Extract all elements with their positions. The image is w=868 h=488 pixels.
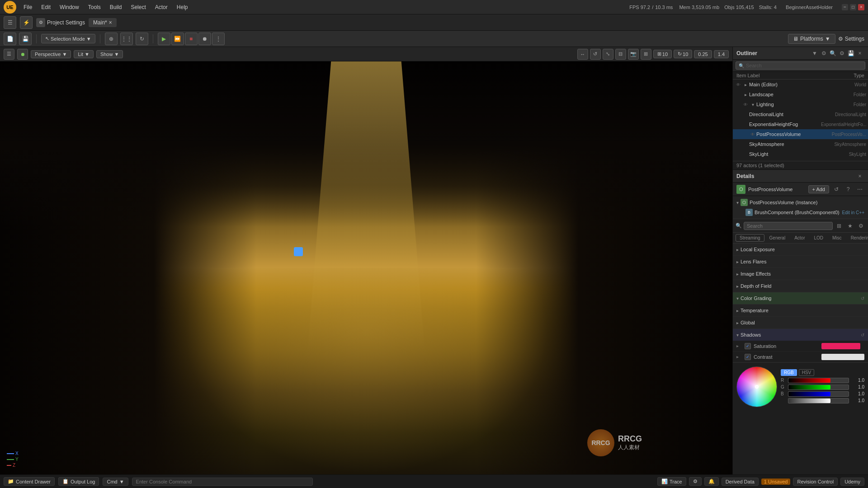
section-image-effects-header[interactable]: ▸ Image Effects — [733, 268, 868, 280]
outliner-save-icon[interactable]: 💾 — [846, 49, 855, 58]
section-lens-flares-header[interactable]: ▸ Lens Flares — [733, 256, 868, 267]
new-level-btn[interactable]: 📄 — [4, 33, 16, 45]
cmd-btn[interactable]: Cmd ▼ — [103, 478, 128, 486]
build-status-icon-btn[interactable]: ⚙ — [689, 477, 702, 486]
close-btn[interactable]: × — [858, 4, 864, 10]
g-slider-track[interactable] — [788, 385, 849, 390]
outliner-item-main[interactable]: 👁 ▸ Main (Editor) World — [733, 80, 868, 89]
platforms-btn[interactable]: 🖥 Platforms ▼ — [788, 34, 835, 44]
transform-btn[interactable]: ⊕ — [105, 33, 118, 45]
section-shadows-header[interactable]: ▾ Shadows ↺ — [733, 329, 868, 341]
visibility-icon-0[interactable]: 👁 — [735, 81, 742, 88]
save-btn[interactable]: 💾 — [19, 33, 32, 45]
section-temperature-header[interactable]: ▸ Temperature — [733, 305, 868, 316]
details-more-icon[interactable]: ⋯ — [855, 185, 864, 194]
details-gear-btn[interactable]: ⚙ — [856, 221, 865, 230]
outliner-filter-btn[interactable]: ▼ — [810, 49, 819, 58]
menu-build[interactable]: Build — [108, 3, 124, 11]
outliner-settings-icon[interactable]: ⚙ — [837, 49, 846, 58]
grid-snap-btn[interactable]: ⋮⋮ — [120, 33, 133, 45]
saturation-value-bar[interactable] — [821, 343, 864, 349]
filter-general[interactable]: General — [765, 234, 790, 242]
surface-snapping-btn[interactable]: ⊟ — [615, 49, 626, 60]
scale-icon-btn[interactable]: ⤡ — [603, 49, 613, 60]
outliner-item-skylight[interactable]: SkyLight SkyLight — [733, 149, 868, 159]
stop-btn[interactable]: ■ — [185, 33, 198, 45]
details-add-btn[interactable]: + Add — [808, 185, 829, 193]
trace-btn[interactable]: 📊 Trace — [657, 477, 686, 486]
visibility-icon-2[interactable]: 👁 — [742, 101, 749, 108]
output-log-btn[interactable]: 📋 Output Log — [58, 477, 99, 486]
menu-edit[interactable]: Edit — [39, 3, 52, 11]
filter-misc[interactable]: Misc — [828, 234, 846, 242]
viewport[interactable]: RRCG RRCG 人人素材 X Y — [0, 61, 732, 474]
saturation-expand-icon[interactable]: ▸ — [736, 343, 742, 348]
streaming-tab[interactable]: Streaming — [736, 234, 764, 242]
menu-actor[interactable]: Actor — [153, 3, 170, 11]
contrast-value-bar[interactable] — [821, 354, 864, 360]
menu-select[interactable]: Select — [129, 3, 147, 11]
filter-lod[interactable]: LOD — [810, 234, 828, 242]
section-depth-of-field-header[interactable]: ▸ Depth of Field — [733, 280, 868, 292]
outliner-item-fog[interactable]: ExponentialHeightFog ExponentialHeightFo… — [733, 119, 868, 129]
settings-btn[interactable]: ⚙ Settings — [838, 36, 864, 42]
main-tab[interactable]: Main* × — [89, 18, 117, 27]
eject-btn[interactable]: ⏺ — [198, 33, 211, 45]
outliner-item-ppv[interactable]: 👁 PostProcessVolume PostProcessVo... — [733, 129, 868, 139]
play-btn[interactable]: ▶ — [158, 33, 170, 45]
toolbar-icon-btn[interactable]: ⚡ — [20, 16, 33, 29]
outliner-item-landscape[interactable]: ▸ Landscape Folder — [733, 89, 868, 99]
details-help-icon[interactable]: ? — [844, 185, 853, 194]
more-play-btn[interactable]: ⋮ — [212, 33, 225, 45]
menu-tools[interactable]: Tools — [86, 3, 103, 11]
minimize-btn[interactable]: − — [842, 4, 848, 10]
edit-cpp-btn[interactable]: Edit in C++ — [842, 210, 864, 215]
outliner-close-btn[interactable]: × — [855, 49, 864, 58]
section-color-grading-header[interactable]: ▾ Color Grading ↺ — [733, 292, 868, 304]
details-star-btn[interactable]: ★ — [845, 221, 854, 230]
rotate-icon-btn[interactable]: ↺ — [590, 49, 601, 60]
grid-size-btn[interactable]: ⊞ 10 — [653, 50, 672, 58]
show-btn[interactable]: Show ▼ — [96, 50, 123, 58]
details-close-btn[interactable]: × — [855, 172, 864, 181]
angle-size-btn[interactable]: ↻ 10 — [674, 50, 692, 58]
camera-fov-btn[interactable]: 1.4 — [714, 50, 729, 58]
a-slider-track[interactable] — [788, 398, 849, 404]
details-instance-sub[interactable]: B BrushComponent (BrushComponent0) Edit … — [736, 207, 864, 217]
udemy-btn[interactable]: Udemy — [840, 478, 864, 486]
content-drawer-btn[interactable]: 📁 Content Drawer — [4, 477, 55, 486]
details-search-input[interactable] — [744, 222, 833, 230]
sidebar-toggle-btn[interactable]: ☰ — [4, 16, 16, 29]
r-slider-track[interactable] — [788, 378, 849, 383]
notification-btn[interactable]: 🔔 — [704, 477, 719, 486]
lit-btn[interactable]: Lit ▼ — [74, 50, 94, 58]
filter-actor[interactable]: Actor — [790, 234, 809, 242]
outliner-item-lighting[interactable]: 👁 ▾ Lighting Folder — [733, 99, 868, 109]
step-btn[interactable]: ⏩ — [171, 33, 184, 45]
menu-file[interactable]: File — [22, 3, 34, 11]
section-local-exposure-header[interactable]: ▸ Local Exposure — [733, 244, 868, 255]
details-refresh-icon[interactable]: ↺ — [832, 185, 841, 194]
layout-btn[interactable]: ⊞ — [641, 49, 651, 60]
contrast-expand-icon[interactable]: ▸ — [736, 354, 742, 359]
shadows-reset-btn[interactable]: ↺ — [861, 333, 864, 338]
derived-data-btn[interactable]: Derived Data — [722, 478, 759, 486]
outliner-search-icon[interactable]: 🔍 — [828, 49, 837, 58]
revision-control-btn[interactable]: Revision Control — [793, 478, 838, 486]
contrast-checkbox[interactable]: ✓ — [745, 354, 751, 360]
color-wheel[interactable] — [736, 366, 777, 407]
translate-icon-btn[interactable]: ↔ — [577, 49, 588, 60]
selection-mode-btn[interactable]: ↖ Selection Mode ▼ — [41, 34, 95, 43]
vp-menu-btn[interactable]: ☰ — [4, 49, 14, 60]
menu-window[interactable]: Window — [58, 3, 81, 11]
angle-snap-btn[interactable]: ↻ — [136, 33, 148, 45]
details-grid-view-btn[interactable]: ⊞ — [835, 221, 844, 230]
outliner-item-directionallight[interactable]: DirectionalLight DirectionalLight — [733, 109, 868, 119]
outliner-item-skyatmo[interactable]: SkyAtmosphere SkyAtmosphere — [733, 139, 868, 149]
filter-rendering[interactable]: Rendering — [847, 234, 868, 242]
saturation-checkbox[interactable]: ✓ — [745, 343, 751, 349]
visibility-icon-5[interactable]: 👁 — [749, 131, 756, 138]
b-slider-track[interactable] — [788, 391, 849, 397]
project-settings-btn[interactable]: ⚙ Project Settings — [36, 18, 85, 27]
menu-help[interactable]: Help — [175, 3, 190, 11]
